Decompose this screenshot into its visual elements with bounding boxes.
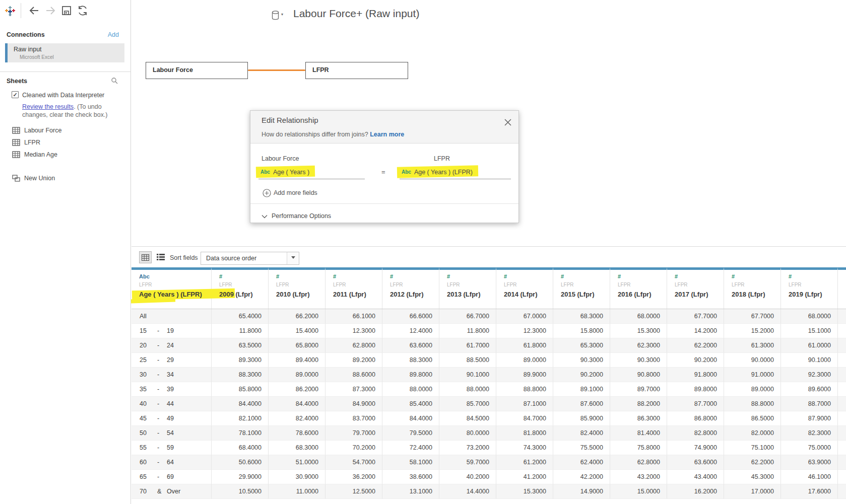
save-icon[interactable] <box>60 5 73 17</box>
value-cell: 29.9000 <box>212 470 269 484</box>
column-header-2009-lfpr[interactable]: #LFPR2009 (Lfpr) <box>212 267 269 309</box>
value-cell: 82.8000 <box>667 426 724 441</box>
column-header-2011-lfpr[interactable]: #LFPR2011 (Lfpr) <box>326 267 382 309</box>
value-cell: 16.2000 <box>667 484 724 499</box>
relationship-noodle[interactable] <box>248 69 305 71</box>
number-type-icon: # <box>390 273 439 281</box>
value-cell: 15.1000 <box>781 324 838 338</box>
connections-header: Connections Add <box>0 30 131 40</box>
sort-order-dropdown[interactable]: Data source order <box>201 252 299 265</box>
value-cell: 62.8000 <box>610 455 667 470</box>
dialog-header: Edit Relationship How do relationships d… <box>250 111 518 143</box>
canvas-table-lfpr[interactable]: LFPR <box>305 62 408 79</box>
row-label-cell: 30-34 <box>132 368 212 382</box>
value-cell: 62.4000 <box>553 455 610 470</box>
value-cell: 40.2000 <box>439 470 496 484</box>
value-cell: 78.6000 <box>269 426 326 441</box>
column-header-2014-lfpr[interactable]: #LFPR2014 (Lfpr) <box>496 267 553 309</box>
value-cell: 89.1000 <box>553 382 610 397</box>
left-field-selector[interactable]: AbcAge ( Years ) <box>258 166 365 179</box>
row-label-cell: 15-19 <box>132 324 212 338</box>
value-cell: 84.7000 <box>496 411 553 426</box>
table-icon <box>12 151 20 158</box>
value-cell: 79.5000 <box>382 426 439 441</box>
value-cell: 88.3000 <box>382 353 439 368</box>
equals-operator: = <box>381 168 385 176</box>
canvas-table-labour-force[interactable]: Labour Force <box>146 62 248 79</box>
dialog-divider <box>250 203 518 204</box>
database-caret-icon[interactable]: ▾ <box>281 12 283 17</box>
row-label-cell: 60-64 <box>132 455 212 470</box>
value-cell: 75.1000 <box>724 441 781 455</box>
table-row: 55-5968.400068.300070.200072.400073.2000… <box>132 441 846 455</box>
tableau-data-source-screen: Connections Add Raw input Microsoft Exce… <box>0 0 846 504</box>
number-type-icon: # <box>732 273 780 281</box>
table-row: 65-6929.900030.900036.200038.600040.2000… <box>132 470 846 484</box>
data-interpreter-note: Review the results. (To undo changes, cl… <box>22 103 112 119</box>
close-icon[interactable] <box>504 118 512 126</box>
column-header-2017-lfpr[interactable]: #LFPR2017 (Lfpr) <box>667 267 724 309</box>
column-name: 2014 (Lfpr) <box>504 291 553 298</box>
grid-view-button[interactable] <box>139 251 152 263</box>
column-table-label: LFPR <box>447 282 496 289</box>
string-type-icon: Abc <box>261 169 270 175</box>
value-cell: 38.6000 <box>382 470 439 484</box>
refresh-icon[interactable] <box>77 5 89 17</box>
add-connection-link[interactable]: Add <box>108 31 119 38</box>
number-type-icon: # <box>675 273 724 281</box>
metadata-view-button[interactable] <box>154 251 167 263</box>
column-name: 2013 (Lfpr) <box>447 291 496 298</box>
value-cell: 84.4000 <box>382 411 439 426</box>
column-name: 2016 (Lfpr) <box>618 291 667 298</box>
database-icon[interactable] <box>272 11 279 20</box>
value-cell: 36.2000 <box>326 470 382 484</box>
column-table-label: LFPR <box>675 282 724 289</box>
value-cell: 11.8000 <box>212 324 269 338</box>
forward-icon[interactable] <box>44 5 56 17</box>
dropdown-button[interactable] <box>287 252 299 264</box>
value-cell: 67.0000 <box>496 309 553 324</box>
sidebar-item-median-age[interactable]: Median Age <box>0 149 131 161</box>
tableau-logo-icon <box>5 6 16 17</box>
column-header-2019-lfpr[interactable]: #LFPR2019 (Lfpr) <box>781 267 838 309</box>
sidebar-item-new-union[interactable]: New Union <box>0 173 131 185</box>
datasource-title: Labour Force+ (Raw input) <box>293 8 419 20</box>
value-cell: 87.9000 <box>781 411 838 426</box>
right-field-highlight: AbcAge ( Years ) (LFPR) <box>400 166 475 177</box>
value-cell: 90.2000 <box>553 368 610 382</box>
table-row: All65.400066.200066.100066.600066.700067… <box>132 309 846 324</box>
learn-more-link[interactable]: Learn more <box>370 131 404 138</box>
value-cell: 87.3000 <box>326 382 382 397</box>
overflow-cell <box>838 382 846 397</box>
back-icon[interactable] <box>28 5 40 17</box>
search-icon[interactable] <box>111 77 118 84</box>
column-header-2010-lfpr[interactable]: #LFPR2010 (Lfpr) <box>269 267 326 309</box>
value-cell: 86.8000 <box>667 411 724 426</box>
performance-options-toggle[interactable]: Performance Options <box>262 212 268 221</box>
column-header-2013-lfpr[interactable]: #LFPR2013 (Lfpr) <box>439 267 496 309</box>
checkbox-checked-icon[interactable]: ✓ <box>12 91 19 98</box>
sidebar-item-lfpr[interactable]: LFPR <box>0 137 131 149</box>
value-cell: 72.4000 <box>382 441 439 455</box>
data-interpreter-checkbox-row[interactable]: ✓ Cleaned with Data Interpreter <box>12 91 122 99</box>
value-cell: 61.2000 <box>496 455 553 470</box>
list-view-icon <box>157 254 165 260</box>
table-row: 60-6450.600051.000054.700058.100059.7000… <box>132 455 846 470</box>
sheet-label: LFPR <box>24 139 40 146</box>
review-results-link[interactable]: Review the results <box>22 103 74 110</box>
value-cell: 89.0000 <box>496 353 553 368</box>
value-cell: 82.4000 <box>269 411 326 426</box>
sidebar-item-labour-force[interactable]: Labour Force <box>0 125 131 137</box>
value-cell: 88.5000 <box>439 353 496 368</box>
add-more-fields-button[interactable]: Add more fields <box>263 189 271 198</box>
column-table-label: LFPR <box>390 282 439 289</box>
table-body: All65.400066.200066.100066.600066.700067… <box>132 309 846 499</box>
column-header-age-years-lfpr[interactable]: AbcLFPRAge ( Years ) (LFPR) <box>132 267 212 309</box>
column-header-2012-lfpr[interactable]: #LFPR2012 (Lfpr) <box>382 267 439 309</box>
column-header-2016-lfpr[interactable]: #LFPR2016 (Lfpr) <box>610 267 667 309</box>
column-header-2015-lfpr[interactable]: #LFPR2015 (Lfpr) <box>553 267 610 309</box>
connection-item-raw-input[interactable]: Raw input Microsoft Excel <box>5 43 124 62</box>
column-header-2018-lfpr[interactable]: #LFPR2018 (Lfpr) <box>724 267 781 309</box>
right-field-selector[interactable]: AbcAge ( Years ) (LFPR) <box>400 166 511 179</box>
value-cell: 85.4000 <box>382 397 439 411</box>
